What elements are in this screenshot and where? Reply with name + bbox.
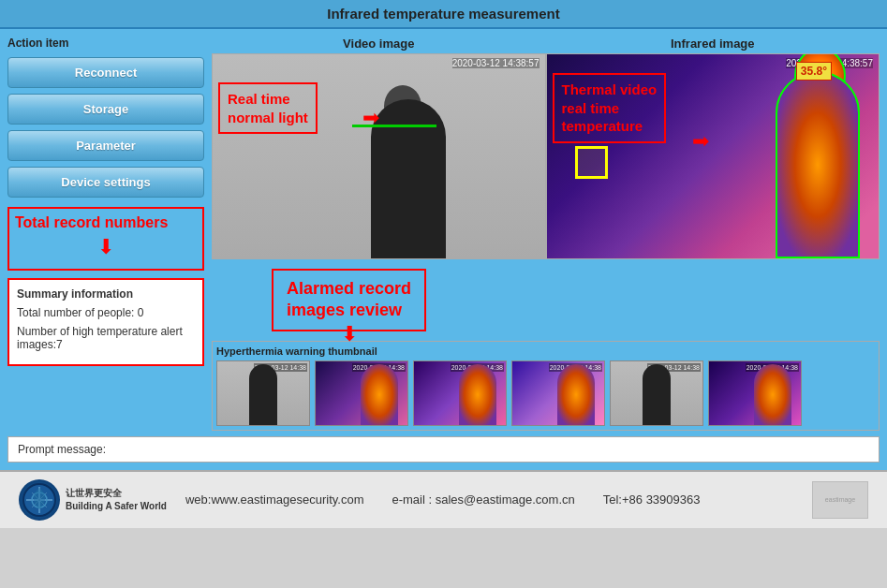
watermark: eastimage: [812, 481, 868, 519]
logo-line1: 让世界更安全: [66, 487, 167, 500]
footer-logo: 让世界更安全 Building A Safer World: [19, 479, 167, 521]
reconnect-button[interactable]: Reconnect: [7, 57, 204, 88]
real-time-label: Real timenormal light: [218, 82, 318, 134]
thumbnail-2[interactable]: 2020-03-12 14:38: [315, 360, 408, 426]
thermal-label: Thermal videoreal timetemperature: [553, 73, 667, 143]
thumb-thermal-4: [557, 364, 595, 425]
thumbnail-section: Hyperthermia warning thumbnail 2020-03-1…: [212, 341, 880, 431]
thermal-body: [776, 71, 860, 258]
thumbnail-6[interactable]: 2020-03-12 14:38: [708, 360, 802, 426]
normal-video-frame: 2020-03-12 14:38:57 Real timenormal ligh…: [212, 53, 546, 259]
video-image-label: Video image: [212, 37, 546, 51]
storage-button[interactable]: Storage: [7, 94, 204, 125]
content-row: Action item Reconnect Storage Parameter …: [7, 37, 880, 431]
thumb-thermal-2: [361, 364, 398, 425]
thumbnail-3[interactable]: 2020-03-12 14:38: [413, 360, 507, 426]
thumbnail-5[interactable]: 2020-03-12 14:38: [610, 360, 703, 426]
thumbnail-4[interactable]: 2020-03-12 14:38: [511, 360, 605, 426]
app-title: Infrared temperature measurement: [327, 6, 559, 22]
thumb-thermal-3: [459, 364, 496, 425]
summary-title: Summary information: [17, 287, 195, 301]
video-row: Video image 2020-03-12 14:38:57 Real tim…: [212, 37, 880, 259]
footer-info: web:www.eastimagesecurity.com e-mail : s…: [185, 492, 701, 507]
right-panel: Video image 2020-03-12 14:38:57 Real tim…: [212, 37, 880, 431]
main-container: Action item Reconnect Storage Parameter …: [0, 29, 887, 470]
thumb-person-5: [643, 364, 671, 425]
footer-website: web:www.eastimagesecurity.com: [185, 492, 364, 507]
parameter-button[interactable]: Parameter: [7, 130, 204, 161]
alarm-box: Alarmed recordimages review ⬇: [272, 269, 426, 331]
detection-square: [575, 146, 608, 179]
action-buttons: Reconnect Storage Parameter Device setti…: [7, 57, 204, 198]
thumbnails-row: 2020-03-12 14:38 2020-03-12 14:38 2020-0…: [216, 360, 875, 426]
logo-text: 让世界更安全 Building A Safer World: [66, 487, 167, 513]
thumbnail-1[interactable]: 2020-03-12 14:38: [216, 360, 310, 426]
footer-tel: Tel:+86 33909363: [603, 492, 701, 507]
prompt-label: Prompt message:: [18, 443, 106, 456]
alarm-arrow-icon: ⬇: [341, 322, 358, 346]
record-label: Total record numbers: [15, 214, 197, 231]
normal-timestamp: 2020-03-12 14:38:57: [452, 58, 540, 68]
record-arrow-icon: ⬇: [15, 235, 197, 259]
temp-badge: 35.8°: [796, 62, 832, 81]
people-count: Total number of people: 0: [17, 306, 195, 319]
title-bar: Infrared temperature measurement: [0, 0, 887, 29]
arrow-right-thermal-icon: ➡: [692, 129, 709, 154]
footer-email: e-mail : sales@eastimage.com.cn: [392, 492, 574, 507]
action-item-label: Action item: [7, 37, 204, 50]
alert-count: Number of high temperature alert images:…: [17, 325, 195, 351]
device-settings-button[interactable]: Device settings: [7, 167, 204, 198]
logo-icon: [19, 479, 60, 521]
arrow-right-icon: ➡: [362, 106, 379, 130]
summary-box: Summary information Total number of peop…: [7, 278, 204, 366]
thumb-person-1: [249, 364, 277, 425]
thumb-thermal-6: [754, 364, 791, 425]
record-section: Total record numbers ⬇: [7, 207, 204, 271]
footer: 让世界更安全 Building A Safer World web:www.ea…: [0, 470, 887, 528]
infrared-video-section: Infrared image 2020-03-12 14:38:57 35.8°…: [546, 37, 880, 259]
infrared-image-label: Infrared image: [546, 37, 880, 51]
person-body: [371, 99, 446, 258]
thumbnail-label: Hyperthermia warning thumbnail: [216, 345, 875, 357]
logo-line2: Building A Safer World: [66, 500, 167, 513]
alarm-label: Alarmed recordimages review: [287, 278, 411, 322]
prompt-bar: Prompt message:: [7, 436, 880, 463]
alarm-section: Alarmed recordimages review ⬇: [212, 265, 880, 335]
left-panel: Action item Reconnect Storage Parameter …: [7, 37, 204, 431]
normal-video-section: Video image 2020-03-12 14:38:57 Real tim…: [212, 37, 546, 259]
infrared-video-frame: 2020-03-12 14:38:57 35.8° Thermal videor…: [546, 53, 880, 259]
